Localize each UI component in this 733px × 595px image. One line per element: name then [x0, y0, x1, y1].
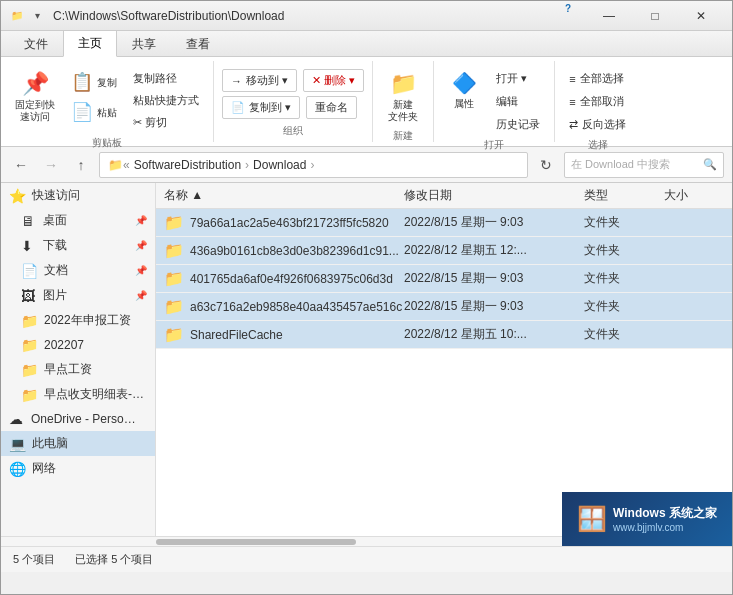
col-type[interactable]: 类型: [584, 187, 664, 204]
edit-button[interactable]: 编辑: [490, 92, 546, 111]
invert-select-button[interactable]: ⇄ 反向选择: [563, 115, 632, 134]
cut-button[interactable]: ✂ 剪切: [127, 113, 205, 132]
ribbon-group-new: 📁 新建文件夹 新建: [373, 61, 434, 142]
quickaccess-icon: ⭐: [9, 188, 26, 204]
help-icon[interactable]: ?: [560, 1, 576, 17]
select-none-button[interactable]: ≡ 全部取消: [563, 92, 629, 111]
onedrive-icon: ☁: [9, 411, 25, 427]
copy-button[interactable]: 📋 复制: [65, 69, 123, 97]
tab-home[interactable]: 主页: [63, 30, 117, 57]
quick-access-icon[interactable]: ▾: [29, 8, 45, 24]
open-label: 打开: [484, 134, 504, 152]
title-bar-icons: 📁 ▾: [9, 8, 45, 24]
tab-share[interactable]: 共享: [117, 31, 171, 57]
col-size[interactable]: 大小: [664, 187, 724, 204]
sidebar-item-downloads[interactable]: ⬇ 下载 📌: [1, 233, 155, 258]
pin-indicator-3: 📌: [135, 265, 147, 276]
file-name-cell-1: 📁 79a66a1ac2a5e463bf21723ff5fc5820: [164, 213, 404, 232]
history-button[interactable]: 历史记录: [490, 115, 546, 134]
hscroll-thumb[interactable]: [156, 539, 356, 545]
select-all-button[interactable]: ≡ 全部选择: [563, 69, 629, 88]
file-list-header: 名称 ▲ 修改日期 类型 大小: [156, 183, 732, 209]
sidebar-item-zaodian[interactable]: 📁 早点工资: [1, 357, 155, 382]
sidebar-item-202207[interactable]: 📁 202207: [1, 333, 155, 357]
file-row[interactable]: 📁 a63c716a2eb9858e40aa435457ae516c 2022/…: [156, 293, 732, 321]
sidebar-item-zaodian2[interactable]: 📁 早点收支明细表-往...: [1, 382, 155, 407]
file-row[interactable]: 📁 401765da6af0e4f926f0683975c06d3d 2022/…: [156, 265, 732, 293]
file-row[interactable]: 📁 436a9b0161cb8e3d0e3b82396d1c91... 2022…: [156, 237, 732, 265]
up-button[interactable]: ↑: [69, 153, 93, 177]
select-none-icon: ≡: [569, 96, 575, 108]
path-part-softwaredistribution[interactable]: SoftwareDistribution: [134, 158, 241, 172]
file-row[interactable]: 📁 SharedFileCache 2022/8/12 星期五 10:... 文…: [156, 321, 732, 349]
watermark-url: www.bjjmlv.com: [613, 522, 717, 533]
watermark: 🪟 Windows 系统之家 www.bjjmlv.com: [562, 492, 732, 546]
rename-button[interactable]: 重命名: [306, 96, 357, 119]
folder-icon-2: 📁: [164, 241, 184, 260]
file-row[interactable]: 📁 79a66a1ac2a5e463bf21723ff5fc5820 2022/…: [156, 209, 732, 237]
forward-button[interactable]: →: [39, 153, 63, 177]
select-label: 选择: [588, 134, 608, 152]
folder-2022-icon: 📁: [21, 313, 38, 329]
folder-zaodian-icon: 📁: [21, 362, 38, 378]
sidebar-item-quickaccess[interactable]: ⭐ 快速访问: [1, 183, 155, 208]
select-content: ≡ 全部选择 ≡ 全部取消 ⇄ 反向选择: [563, 65, 632, 134]
sidebar-item-onedrive[interactable]: ☁ OneDrive - Persona...: [1, 407, 155, 431]
search-box[interactable]: 在 Download 中搜索 🔍: [564, 152, 724, 178]
new-label: 新建: [393, 125, 413, 143]
folder-icon-5: 📁: [164, 325, 184, 344]
copy-to-button[interactable]: 📄 复制到 ▾: [222, 96, 300, 119]
sidebar-item-thispc[interactable]: 💻 此电脑: [1, 431, 155, 456]
organize-content: → 移动到 ▾ ✕ 删除 ▾ 📄 复制到 ▾ 重命名: [222, 65, 364, 120]
paste-button[interactable]: 📄 粘贴: [65, 99, 123, 127]
search-icon[interactable]: 🔍: [703, 158, 717, 171]
delete-button[interactable]: ✕ 删除 ▾: [303, 69, 364, 92]
col-name[interactable]: 名称 ▲: [164, 187, 404, 204]
move-to-button[interactable]: → 移动到 ▾: [222, 69, 297, 92]
tab-file[interactable]: 文件: [9, 31, 63, 57]
properties-button[interactable]: 🔷 属性: [442, 69, 486, 113]
file-name-cell-5: 📁 SharedFileCache: [164, 325, 404, 344]
new-folder-icon: 📁: [390, 71, 417, 97]
sidebar-item-pictures[interactable]: 🖼 图片 📌: [1, 283, 155, 308]
maximize-button[interactable]: □: [632, 1, 678, 31]
status-bar: 5 个项目 已选择 5 个项目 🪟 Windows 系统之家 www.bjjml…: [1, 546, 732, 572]
file-list: 名称 ▲ 修改日期 类型 大小 📁 79a66a1ac2a5e463bf2172…: [156, 183, 732, 536]
pin-indicator-4: 📌: [135, 290, 147, 301]
desktop-icon: 🖥: [21, 213, 37, 229]
open-button[interactable]: 打开 ▾: [490, 69, 546, 88]
ribbon-group-clipboard: 📌 固定到快速访问 📋 复制 📄 粘贴 复制路径 粘贴快捷方式 ✂ 剪切 剪贴板: [1, 61, 214, 142]
title-bar-path: C:\Windows\SoftwareDistribution\Download: [53, 9, 560, 23]
clipboard-small-col: 复制路径 粘贴快捷方式 ✂ 剪切: [127, 69, 205, 132]
properties-icon: 🔷: [452, 71, 477, 95]
sidebar-item-desktop[interactable]: 🖥 桌面 📌: [1, 208, 155, 233]
search-placeholder: 在 Download 中搜索: [571, 157, 670, 172]
col-date[interactable]: 修改日期: [404, 187, 584, 204]
open-col: 打开 ▾ 编辑 历史记录: [490, 69, 546, 134]
tab-view[interactable]: 查看: [171, 31, 225, 57]
sidebar-item-network[interactable]: 🌐 网络: [1, 456, 155, 481]
file-name-cell-3: 📁 401765da6af0e4f926f0683975c06d3d: [164, 269, 404, 288]
paste-shortcut-button[interactable]: 粘贴快捷方式: [127, 91, 205, 110]
open-content: 🔷 属性 打开 ▾ 编辑 历史记录: [442, 65, 546, 134]
address-path[interactable]: 📁 « SoftwareDistribution › Download ›: [99, 152, 528, 178]
thispc-icon: 💻: [9, 436, 26, 452]
back-button[interactable]: ←: [9, 153, 33, 177]
ribbon-group-organize: → 移动到 ▾ ✕ 删除 ▾ 📄 复制到 ▾ 重命名 组织: [214, 61, 373, 142]
documents-icon: 📄: [21, 263, 38, 279]
pin-icon: 📌: [22, 71, 49, 97]
sidebar-item-2022[interactable]: 📁 2022年申报工资: [1, 308, 155, 333]
main-area: ⭐ 快速访问 🖥 桌面 📌 ⬇ 下载 📌 📄 文档 📌 🖼 图片 📌 📁 202…: [1, 183, 732, 536]
path-part-download[interactable]: Download: [253, 158, 306, 172]
refresh-button[interactable]: ↻: [534, 153, 558, 177]
close-button[interactable]: ✕: [678, 1, 724, 31]
ribbon-tabs: 文件 主页 共享 查看: [1, 31, 732, 57]
pin-quick-access-button[interactable]: 📌 固定到快速访问: [9, 69, 61, 125]
sidebar-item-documents[interactable]: 📄 文档 📌: [1, 258, 155, 283]
windows-logo-icon: 🪟: [577, 505, 607, 533]
new-folder-button[interactable]: 📁 新建文件夹: [381, 69, 425, 125]
copy-path-button[interactable]: 复制路径: [127, 69, 205, 88]
path-home-icon: 📁: [108, 158, 123, 172]
minimize-button[interactable]: —: [586, 1, 632, 31]
new-content: 📁 新建文件夹: [381, 65, 425, 125]
